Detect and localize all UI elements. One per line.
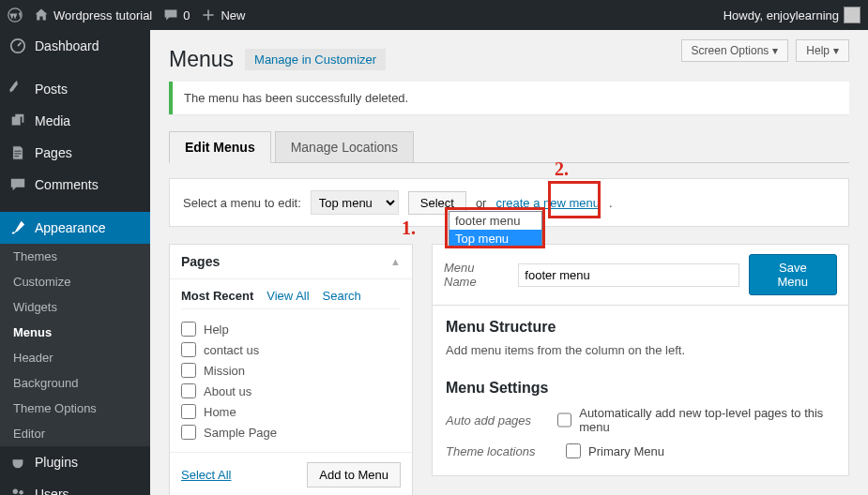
pages-tab-recent[interactable]: Most Recent — [181, 289, 253, 303]
page-checkbox[interactable] — [181, 322, 196, 337]
page-checkbox[interactable] — [181, 404, 196, 419]
select-all-link[interactable]: Select All — [181, 468, 231, 482]
save-menu-button[interactable]: Save Menu — [749, 254, 837, 295]
main-content: Screen Options ▾ Help ▾ Menus Manage in … — [150, 30, 868, 495]
sidebar-sub-themes[interactable]: Themes — [0, 244, 150, 269]
sidebar-item-comments[interactable]: Comments — [0, 169, 150, 201]
add-to-menu-button[interactable]: Add to Menu — [307, 462, 401, 488]
auto-add-checkbox[interactable] — [557, 412, 571, 428]
admin-toolbar: Wordpress tutorial 0 New Howdy, enjoylea… — [0, 0, 868, 30]
sidebar-item-users[interactable]: Users — [0, 478, 150, 495]
notice-text: The menu has been successfully deleted. — [184, 91, 408, 105]
menu-option-footer[interactable]: footer menu — [449, 212, 541, 230]
sidebar-item-label: Media — [35, 113, 70, 128]
manage-in-customizer-button[interactable]: Manage in Customizer — [245, 49, 386, 70]
or-text: or — [476, 196, 487, 210]
page-label: Help — [204, 322, 229, 337]
pages-tab-view-all[interactable]: View All — [266, 289, 309, 303]
page-item[interactable]: Home — [181, 401, 401, 422]
auto-add-label: Auto add pages — [446, 413, 541, 428]
avatar — [844, 7, 860, 23]
sidebar-item-label: Plugins — [35, 455, 78, 470]
tab-manage-locations[interactable]: Manage Locations — [275, 131, 414, 162]
howdy-text: Howdy, enjoylearning — [723, 8, 839, 22]
pages-metabox-header[interactable]: Pages▲ — [170, 245, 412, 279]
sidebar-sub-background[interactable]: Background — [0, 370, 150, 396]
theme-locations-label: Theme locations — [446, 444, 549, 458]
sidebar-item-label: Users — [35, 487, 69, 495]
page-item[interactable]: contact us — [181, 339, 401, 360]
pages-metabox: Pages▲ Most Recent View All Search Help … — [169, 244, 413, 495]
create-new-menu-link[interactable]: create a new menu — [495, 196, 600, 210]
page-checkbox[interactable] — [181, 363, 196, 378]
new-content-link[interactable]: New — [201, 8, 245, 22]
menu-edit-header: Menu Name Save Menu — [432, 244, 849, 306]
help-button[interactable]: Help ▾ — [796, 39, 849, 62]
location-option[interactable]: Primary Menu — [566, 443, 664, 458]
page-item[interactable]: About us — [181, 381, 401, 401]
location-text: Primary Menu — [588, 444, 664, 458]
location-checkbox[interactable] — [566, 443, 581, 458]
menu-settings-title: Menu Settings — [446, 380, 835, 397]
sidebar-sub-theme-options[interactable]: Theme Options — [0, 396, 150, 421]
sidebar-item-label: Appearance — [35, 220, 106, 235]
site-name: Wordpress tutorial — [53, 8, 152, 22]
auto-add-text: Automatically add new top-level pages to… — [579, 406, 835, 434]
my-account-link[interactable]: Howdy, enjoylearning — [723, 7, 860, 23]
comments-link[interactable]: 0 — [163, 8, 190, 22]
menu-option-top[interactable]: Top menu — [449, 230, 541, 248]
wp-logo[interactable] — [8, 8, 23, 22]
toggle-icon: ▲ — [390, 256, 401, 267]
site-name-link[interactable]: Wordpress tutorial — [34, 8, 152, 22]
menu-structure-title: Menu Structure — [446, 319, 835, 336]
page-label: contact us — [204, 343, 259, 357]
menu-name-label: Menu Name — [444, 261, 509, 289]
sidebar-sub-editor[interactable]: Editor — [0, 421, 150, 446]
sidebar-sub-header[interactable]: Header — [0, 345, 150, 370]
svg-point-2 — [13, 489, 18, 494]
annotation-label-1: 1. — [402, 218, 416, 239]
tab-edit-menus[interactable]: Edit Menus — [169, 131, 271, 163]
sidebar-item-media[interactable]: Media — [0, 105, 150, 137]
sidebar-submenu-appearance: Themes Customize Widgets Menus Header Ba… — [0, 244, 150, 446]
sidebar-item-appearance[interactable]: Appearance — [0, 212, 150, 244]
sidebar-sub-widgets[interactable]: Widgets — [0, 294, 150, 320]
success-notice: The menu has been successfully deleted. — [169, 82, 849, 114]
menu-name-input[interactable] — [518, 263, 739, 287]
sidebar-sub-customize[interactable]: Customize — [0, 269, 150, 294]
page-checkbox[interactable] — [181, 342, 196, 357]
page-checkbox[interactable] — [181, 383, 196, 398]
menu-select-bar: Select a menu to edit: Top menu Select o… — [169, 178, 849, 227]
page-checkbox[interactable] — [181, 425, 196, 440]
page-label: Home — [204, 405, 236, 419]
page-title-text: Menus — [169, 47, 234, 72]
page-label: About us — [204, 384, 251, 398]
svg-point-3 — [19, 490, 23, 495]
page-item[interactable]: Help — [181, 319, 401, 339]
new-label: New — [221, 8, 245, 22]
sidebar-item-dashboard[interactable]: Dashboard — [0, 30, 150, 62]
page-label: Mission — [204, 364, 245, 378]
pages-checklist: Help contact us Mission About us Home Sa… — [181, 319, 401, 442]
sidebar-item-label: Comments — [35, 177, 99, 192]
sidebar-sub-menus[interactable]: Menus — [0, 320, 150, 345]
page-item[interactable]: Sample Page — [181, 422, 401, 442]
menu-edit-body: Menu Structure Add menu items from the c… — [432, 306, 849, 476]
sidebar-item-pages[interactable]: Pages — [0, 137, 150, 169]
auto-add-option[interactable]: Automatically add new top-level pages to… — [557, 406, 835, 434]
page-item[interactable]: Mission — [181, 360, 401, 381]
admin-sidebar: Dashboard Posts Media Pages Comments App… — [0, 30, 150, 495]
help-label: Help — [806, 44, 830, 57]
sidebar-item-label: Pages — [35, 145, 72, 160]
annotation-label-2: 2. — [555, 158, 569, 180]
sidebar-item-posts[interactable]: Posts — [0, 73, 150, 105]
comments-count: 0 — [183, 8, 190, 22]
menu-select-dropdown[interactable]: Top menu — [311, 190, 399, 215]
page-label: Sample Page — [204, 426, 277, 440]
pages-tab-search[interactable]: Search — [323, 289, 361, 303]
sidebar-item-label: Posts — [35, 82, 68, 97]
screen-options-button[interactable]: Screen Options ▾ — [681, 39, 789, 62]
chevron-down-icon: ▾ — [772, 44, 778, 57]
sidebar-item-plugins[interactable]: Plugins — [0, 446, 150, 478]
menu-structure-hint: Add menu items from the column on the le… — [446, 343, 835, 357]
